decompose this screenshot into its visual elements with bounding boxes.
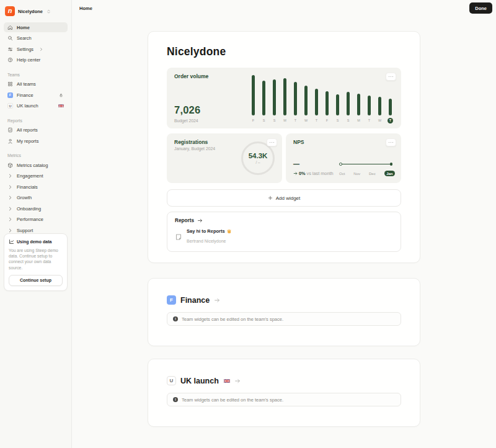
plus-icon — [268, 195, 273, 200]
registrations-denominator: / – — [255, 160, 260, 164]
nps-x-axis: OctNovDecJan — [339, 171, 395, 176]
sidebar-item-search[interactable]: Search — [4, 34, 68, 43]
bar-column: W — [376, 75, 383, 123]
volume-bar — [378, 97, 381, 115]
sidebar-item-help-center[interactable]: Help center — [4, 55, 68, 65]
report-list-item[interactable]: Say hi to Reports Bertrand Nicelydone — [175, 228, 393, 245]
nps-widget[interactable]: NPS — 0% vs last month — [286, 133, 401, 183]
axis-label: F — [326, 118, 328, 123]
add-widget-label: Add widget — [276, 195, 301, 201]
sidebar-item-financials[interactable]: Financials — [4, 182, 68, 192]
main-area: Home Done Nicelydone Order volume 7,026 … — [72, 0, 496, 448]
reports-header-link[interactable]: Reports — [175, 218, 393, 223]
lock-icon — [58, 93, 64, 97]
finance-team-link[interactable]: F Finance — [167, 295, 401, 305]
uk-flag-icon — [224, 379, 230, 383]
volume-bar — [304, 86, 308, 115]
axis-label: M — [283, 118, 286, 123]
content-scroll[interactable]: Nicelydone Order volume 7,026 Budget 202… — [72, 16, 496, 448]
order-volume-value: 7,026 — [174, 104, 200, 116]
sidebar-item-label: Performance — [17, 217, 43, 222]
continue-setup-button[interactable]: Continue setup — [9, 275, 63, 286]
info-icon: ! — [173, 397, 178, 402]
nps-month-label: Dec — [369, 172, 376, 176]
bar-column: F — [324, 75, 330, 123]
nps-month-label: Jan — [384, 171, 395, 176]
order-volume-subtitle: Budget 2024 — [174, 119, 198, 123]
order-volume-widget[interactable]: Order volume 7,026 Budget 2024 FSSMTWTFS… — [167, 68, 401, 128]
sidebar-item-label: Settings — [17, 47, 33, 52]
chevron-right-icon — [7, 195, 13, 200]
report-item-title: Say hi to Reports — [187, 228, 225, 234]
nps-month-label: Oct — [339, 172, 345, 176]
right-arrow-icon — [293, 171, 298, 176]
uk-flag-icon — [58, 104, 64, 108]
sidebar-item-label: Onboarding — [17, 206, 41, 212]
page-title: Home — [79, 6, 92, 11]
widget-menu-button[interactable] — [386, 138, 396, 146]
arrow-right-icon — [234, 378, 241, 384]
volume-bar — [389, 99, 392, 115]
volume-bar — [283, 78, 286, 115]
nps-trend-line — [341, 164, 391, 164]
registrations-gauge-ring: 54.3K / – — [241, 141, 275, 175]
sidebar-item-label: UK launch — [17, 103, 38, 109]
volume-bar — [273, 79, 276, 115]
sidebar-item-onboarding[interactable]: Onboarding — [4, 204, 68, 213]
bar-column: S — [271, 75, 278, 123]
home-icon — [7, 25, 13, 30]
volume-bar — [347, 92, 350, 115]
sidebar-item-my-reports[interactable]: My reports — [4, 136, 68, 146]
axis-label: S — [273, 118, 276, 123]
axis-label: S — [347, 118, 350, 123]
team-banner-text: Team widgets can be edited on the team's… — [182, 397, 283, 403]
board-title: Nicelydone — [167, 45, 401, 58]
volume-bar — [315, 89, 318, 115]
done-button[interactable]: Done — [469, 2, 492, 14]
bar-column: T — [313, 75, 320, 123]
widget-menu-button[interactable] — [267, 138, 277, 146]
waving-hand-icon — [227, 229, 232, 234]
axis-label: M — [357, 118, 360, 123]
widget-row: Registrations January, Budget 2024 54.3K… — [167, 133, 401, 183]
widget-menu-button[interactable] — [386, 73, 396, 81]
add-widget-button[interactable]: Add widget — [167, 189, 401, 207]
workspace-switcher[interactable]: n Nicelydone — [4, 4, 68, 22]
registrations-value: 54.3K — [249, 152, 268, 159]
chevron-right-icon — [7, 184, 13, 190]
nps-delta-row: 0% vs last month — [293, 171, 334, 176]
team-name: UK launch — [180, 377, 219, 385]
registrations-widget[interactable]: Registrations January, Budget 2024 54.3K… — [167, 133, 282, 183]
bar-column: T — [366, 75, 373, 123]
sidebar-item-all-teams[interactable]: All teams — [4, 79, 68, 89]
sidebar-item-engagement[interactable]: Engagement — [4, 171, 68, 181]
unfold-icon — [46, 9, 51, 14]
sidebar-item-home[interactable]: Home — [4, 22, 68, 32]
report-icon — [7, 127, 13, 133]
team-banner: ! Team widgets can be edited on the team… — [167, 312, 401, 326]
uk-launch-team-link[interactable]: U UK launch — [167, 376, 401, 385]
sidebar-item-finance[interactable]: FFinance — [4, 90, 68, 100]
axis-label: S — [337, 118, 339, 123]
sidebar-item-label: My reports — [17, 138, 38, 144]
sidebar-item-growth[interactable]: Growth — [4, 193, 68, 203]
info-icon: ! — [173, 316, 178, 321]
uk-launch-team-card: U UK launch ! Team widgets can be edited… — [148, 359, 420, 427]
chevron-right-icon — [7, 217, 13, 222]
sidebar-item-label: Support — [17, 228, 33, 233]
chevron-right-icon — [7, 173, 13, 179]
sidebar-item-uk-launch[interactable]: UUK launch — [4, 101, 68, 111]
chart-line-icon — [9, 239, 14, 244]
sidebar-item-metrics-catalog[interactable]: Metrics catalog — [4, 160, 68, 170]
workspace-name: Nicelydone — [18, 9, 43, 14]
team-mini-avatar: F — [7, 92, 13, 98]
sidebar-item-settings[interactable]: Settings — [4, 44, 68, 54]
registrations-subtitle: January, Budget 2024 — [174, 146, 215, 151]
sidebar-section-label: Teams — [4, 73, 68, 77]
uk-launch-avatar: U — [167, 376, 176, 385]
grid-icon — [7, 81, 13, 87]
sidebar-item-label: All teams — [17, 81, 36, 87]
cube-icon — [7, 163, 13, 168]
sidebar-item-all-reports[interactable]: All reports — [4, 125, 68, 135]
sidebar-item-performance[interactable]: Performance — [4, 215, 68, 225]
